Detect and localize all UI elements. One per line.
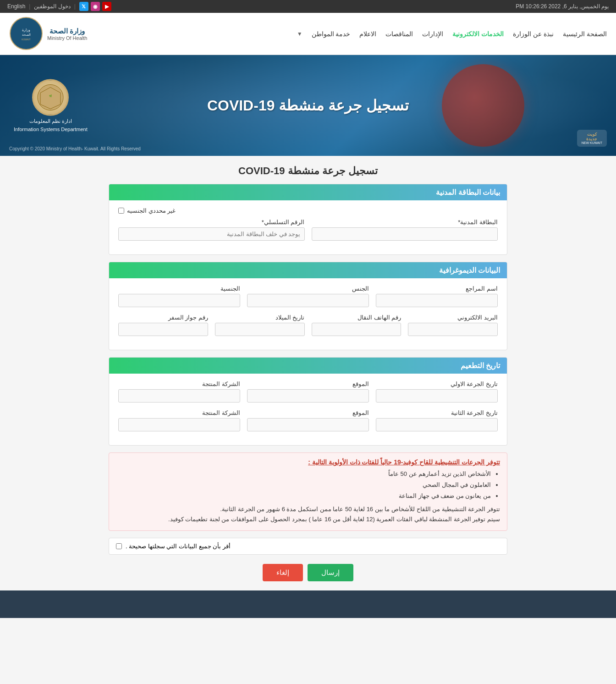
nav-eservices[interactable]: الخدمات الالكترونية: [452, 30, 504, 38]
employee-login-link[interactable]: دخول الموظفين: [34, 3, 70, 10]
header: الصفحة الرئيسية نبذة عن الوزارة الخدمات …: [0, 13, 616, 55]
hero-title: تسجيل جرعة منشطة COVID-19: [207, 97, 409, 114]
nav-home[interactable]: الصفحة الرئيسية: [563, 30, 607, 38]
mobile-group: رقم الهاتف النقال: [312, 314, 402, 336]
main-content: تسجيل جرعة منشطة COVID-19 بيانات البطاقة…: [102, 165, 514, 581]
ministry-english-name: Ministry Of Health: [47, 35, 87, 41]
nav-media[interactable]: الاعلام: [359, 30, 376, 38]
dropdown-icon: ▼: [297, 31, 302, 37]
hero-banner: 🌿 ادارة نظم المعلومات Information System…: [0, 55, 616, 156]
footer: [0, 590, 616, 618]
second-location-label: الموقع: [247, 409, 369, 416]
svg-text:🌿: 🌿: [49, 94, 52, 98]
second-dose-date-input[interactable]: [376, 418, 498, 431]
button-row: إرسال إلغاء: [109, 564, 507, 581]
nav-citizen[interactable]: خدمة المواطن: [312, 30, 351, 38]
instagram-icon[interactable]: ◉: [91, 2, 100, 11]
mobile-input[interactable]: [312, 323, 402, 336]
vaccination-row-2: تاريخ الجرعة الثانية الموقع الشركة المنت…: [118, 409, 498, 431]
civil-id-group: البطاقة المدنية*: [312, 219, 498, 241]
top-bar-left: يوم الخميس, يناير 6, 2022 10:26:26 PM: [516, 3, 609, 10]
cancel-button[interactable]: إلغاء: [263, 564, 303, 581]
notice-box: تتوفر الجرعات التنشيطية للقاح كوفيد-19 ح…: [109, 452, 507, 531]
first-dose-date-input[interactable]: [376, 389, 498, 403]
email-input[interactable]: [408, 323, 498, 336]
top-bar: يوم الخميس, يناير 6, 2022 10:26:26 PM ▶ …: [0, 0, 616, 13]
first-dose-date-group: تاريخ الجرعة الاولي: [376, 381, 498, 403]
first-company-input[interactable]: [118, 389, 240, 403]
ministry-arabic-name: وزارة الصحة: [47, 27, 87, 35]
gender-group: الجنس: [247, 285, 369, 307]
email-group: البريد الالكتروني: [408, 314, 498, 336]
svg-text:وزارة: وزارة: [22, 28, 30, 32]
nav-departments[interactable]: الإدارات: [422, 30, 443, 38]
dob-label: تاريخ الميلاد: [215, 314, 305, 321]
copyright-text: Copyright © 2020 Ministry of Health- Kuw…: [9, 146, 141, 151]
gender-input[interactable]: [247, 294, 369, 307]
civil-id-header: بيانات البطاقة المدنية: [109, 184, 507, 200]
datetime: يوم الخميس, يناير 6, 2022 10:26:26 PM: [516, 3, 609, 10]
vaccination-section: تاريخ التطعيم تاريخ الجرعة الاولي الموقع…: [109, 357, 507, 446]
confirm-label: أقر بأن جميع البيانات التي سجلتها صحيحة …: [126, 543, 231, 550]
demographic-body: اسم المراجع الجنس الجنسية البريد الالكتر…: [109, 278, 507, 350]
notice-item-2: العاملون في المجال الصحي: [116, 480, 491, 490]
notice-title: تتوفر الجرعات التنشيطية للقاح كوفيد-19 ح…: [116, 458, 500, 466]
civil-id-section: بيانات البطاقة المدنية غير محددي الجنسيه…: [109, 184, 507, 255]
dob-input[interactable]: [215, 323, 305, 336]
first-company-group: الشركة المنتجة: [118, 381, 240, 403]
confirm-row: أقر بأن جميع البيانات التي سجلتها صحيحة …: [109, 538, 507, 555]
page-title: تسجيل جرعة منشطة COVID-19: [109, 165, 507, 177]
second-location-input[interactable]: [247, 418, 369, 431]
main-nav: الصفحة الرئيسية نبذة عن الوزارة الخدمات …: [297, 30, 607, 38]
civil-id-input[interactable]: [312, 227, 498, 241]
nav-tenders[interactable]: المناقصات: [385, 30, 413, 38]
dept-circle-logo: 🌿: [32, 79, 69, 116]
nationality-input[interactable]: [118, 294, 240, 307]
passport-label: رقم جواز السفر: [118, 314, 208, 321]
second-company-input[interactable]: [118, 418, 240, 431]
civil-id-label: البطاقة المدنية*: [312, 219, 498, 226]
passport-input[interactable]: [118, 323, 208, 336]
second-company-group: الشركة المنتجة: [118, 409, 240, 431]
notice-list: الأشخاص الذين تزيد أعمارهم عن 50 عاماً ا…: [116, 469, 500, 501]
demographic-row-2: البريد الالكتروني رقم الهاتف النقال تاري…: [118, 314, 498, 336]
first-location-input[interactable]: [247, 389, 369, 403]
ministry-logo: وزارة الصحة Ministry Of Health وزارة الص…: [9, 17, 87, 51]
first-location-group: الموقع: [247, 381, 369, 403]
first-dose-date-label: تاريخ الجرعة الاولي: [376, 381, 498, 387]
submit-button[interactable]: إرسال: [308, 564, 353, 581]
second-dose-date-group: تاريخ الجرعة الثانية: [376, 409, 498, 431]
nav-about[interactable]: نبذة عن الوزارة: [513, 30, 554, 38]
serial-input[interactable]: [118, 227, 305, 241]
notice-note2: سيتم توفير الجرعة المنشطة لباقي الفئات ا…: [116, 514, 500, 524]
vaccination-row-1: تاريخ الجرعة الاولي الموقع الشركة المنتج…: [118, 381, 498, 403]
notice-item-3: من يعانون من ضعف في جهاز المناعة: [116, 491, 491, 501]
social-icons: ▶ ◉ 𝕏: [79, 2, 111, 11]
serial-group: الرقم التسلسلي*: [118, 219, 305, 241]
dept-english-name: Information Systems Department: [14, 127, 88, 132]
demographic-header: البيانات الديموغرافية: [109, 262, 507, 278]
no-nationality-checkbox[interactable]: [118, 208, 124, 214]
svg-text:KUWAIT: KUWAIT: [22, 38, 30, 41]
english-link[interactable]: English: [7, 3, 25, 10]
no-nationality-label: غير محددي الجنسيه: [127, 207, 176, 214]
first-company-label: الشركة المنتجة: [118, 381, 240, 387]
notice-note1: تتوفر الجرعة التنشيطية من اللقاح للأشخاص…: [116, 504, 500, 514]
demographic-section: البيانات الديموغرافية اسم المراجع الجنس …: [109, 262, 507, 350]
moh-logo-svg: وزارة الصحة KUWAIT: [9, 17, 44, 51]
twitter-icon[interactable]: 𝕏: [79, 2, 88, 11]
confirm-checkbox[interactable]: [116, 543, 122, 549]
second-dose-date-label: تاريخ الجرعة الثانية: [376, 409, 498, 416]
ref-name-input[interactable]: [376, 294, 498, 307]
serial-label: الرقم التسلسلي*: [118, 219, 305, 226]
dob-group: تاريخ الميلاد: [215, 314, 305, 336]
ref-name-label: اسم المراجع: [376, 285, 498, 292]
newkuwait-badge: كويت جديدة NEW KUWAIT: [577, 130, 607, 147]
first-location-label: الموقع: [247, 381, 369, 387]
civil-id-row: البطاقة المدنية* الرقم التسلسلي*: [118, 219, 498, 241]
second-location-group: الموقع: [247, 409, 369, 431]
vaccination-header: تاريخ التطعيم: [109, 358, 507, 374]
civil-id-body: غير محددي الجنسيه البطاقة المدنية* الرقم…: [109, 200, 507, 254]
youtube-icon[interactable]: ▶: [102, 2, 111, 11]
email-label: البريد الالكتروني: [408, 314, 498, 321]
